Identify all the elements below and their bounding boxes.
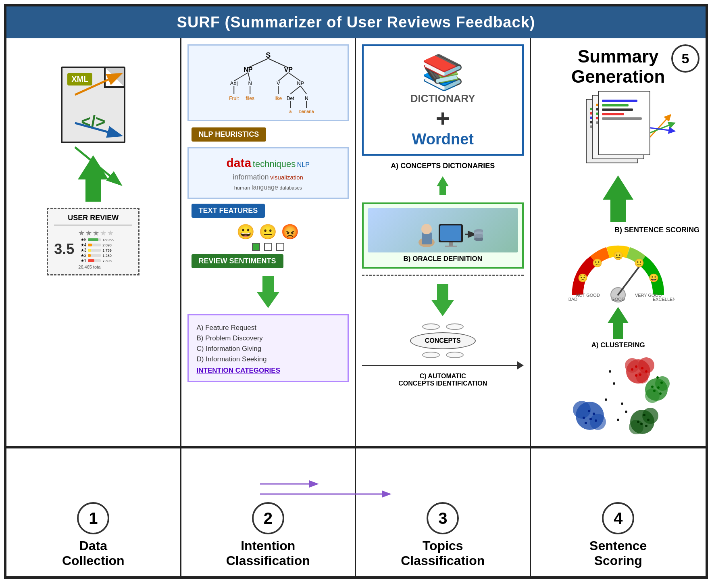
svg-point-87 bbox=[585, 422, 587, 424]
step4-circle: 4 bbox=[602, 502, 634, 534]
svg-rect-36 bbox=[440, 225, 461, 241]
big-rating: 3.5 bbox=[54, 241, 74, 258]
right-arrow-concepts bbox=[362, 361, 524, 369]
star-row-5: ★5 13,955 bbox=[78, 238, 114, 242]
sentiment-box: 😀 😐 😡 REVIEW SENTIMENTS bbox=[187, 223, 349, 270]
step4-num: 4 bbox=[614, 509, 622, 528]
svg-point-64 bbox=[631, 368, 633, 371]
svg-point-83 bbox=[588, 410, 590, 412]
svg-point-99 bbox=[625, 411, 627, 413]
col2-top: S NP VP Adj N V NP bbox=[181, 38, 356, 446]
svg-text:a: a bbox=[289, 109, 292, 114]
bottom-col2: 2 IntentionClassification bbox=[181, 448, 356, 576]
step4-label: SentenceScoring bbox=[589, 538, 647, 568]
red-cluster bbox=[625, 357, 654, 384]
svg-marker-30 bbox=[437, 176, 449, 186]
svg-line-8 bbox=[234, 73, 248, 81]
line bbox=[602, 108, 633, 111]
step3-num: 3 bbox=[438, 509, 447, 528]
step3-label: TopicsClassification bbox=[401, 538, 485, 568]
small-up-arrow-col4 bbox=[537, 307, 700, 339]
text-feat-badge: TEXT FEATURES bbox=[192, 204, 265, 218]
dictionary-label: DICTIONARY bbox=[370, 92, 516, 105]
svg-point-80 bbox=[573, 401, 591, 419]
dark-green-cluster bbox=[629, 408, 658, 434]
svg-point-101 bbox=[609, 370, 611, 373]
svg-point-69 bbox=[635, 374, 637, 377]
svg-point-67 bbox=[645, 370, 647, 373]
star5: ★ bbox=[107, 229, 114, 238]
green-up-col4 bbox=[537, 175, 700, 222]
step5-circle: 5 bbox=[671, 44, 700, 73]
count-2: 1,280 bbox=[102, 254, 114, 258]
step5-circle-container: 5 bbox=[671, 44, 700, 77]
svg-line-1 bbox=[75, 123, 119, 135]
col3-top: 📚 DICTIONARY + Wordnet A) CONCEPTS DICTI… bbox=[356, 38, 531, 446]
svg-point-93 bbox=[640, 423, 643, 425]
svg-point-75 bbox=[657, 386, 660, 389]
star-label-4: ★4 bbox=[78, 243, 86, 247]
svg-point-68 bbox=[639, 373, 641, 376]
wc-data: data bbox=[227, 156, 252, 169]
svg-point-90 bbox=[629, 420, 643, 434]
concepts-main-oval: CONCEPTS bbox=[410, 332, 476, 349]
blue-arrow-col1 bbox=[75, 119, 123, 143]
parse-tree-box: S NP VP Adj N V NP bbox=[187, 44, 349, 121]
sentence-scoring-b-label: B) SENTENCE SCORING bbox=[537, 226, 700, 234]
svg-text:😀: 😀 bbox=[649, 273, 659, 283]
nlp-row: NLP HEURISTICS bbox=[187, 125, 349, 144]
clustering-label: A) CLUSTERING bbox=[537, 341, 700, 349]
wordnet-label: Wordnet bbox=[370, 131, 516, 148]
svg-point-86 bbox=[595, 419, 597, 422]
checkbox-2 bbox=[264, 243, 272, 251]
down-arrow-col3b bbox=[362, 280, 524, 320]
bottom-col3: 3 TopicsClassification bbox=[356, 448, 531, 576]
svg-point-76 bbox=[653, 390, 656, 392]
svg-line-9 bbox=[248, 73, 250, 81]
intention-item-d: D) Information Seeking bbox=[197, 355, 340, 363]
count-4: 2,098 bbox=[102, 243, 114, 247]
green-cluster bbox=[645, 376, 670, 403]
intention-box: A) Feature Request B) Problem Discovery … bbox=[187, 314, 349, 382]
svg-point-92 bbox=[647, 419, 650, 421]
ovals-row1 bbox=[422, 323, 464, 330]
oracle-box: B) ORACLE DEFINITION bbox=[362, 202, 524, 269]
intention-item-a: A) Feature Request bbox=[197, 324, 340, 332]
star-label-5: ★5 bbox=[78, 238, 86, 242]
purple-arrows bbox=[187, 476, 349, 500]
svg-point-63 bbox=[636, 371, 648, 384]
bottom-col4: 4 SentenceScoring bbox=[531, 448, 706, 576]
orange-arrow bbox=[75, 71, 123, 103]
step1-label: DataCollection bbox=[62, 538, 125, 568]
svg-line-49 bbox=[618, 263, 642, 295]
svg-point-94 bbox=[645, 425, 647, 427]
svg-point-84 bbox=[593, 413, 595, 415]
svg-line-2 bbox=[75, 147, 119, 183]
dict-box: 📚 DICTIONARY + Wordnet bbox=[362, 44, 524, 156]
svg-text:S: S bbox=[266, 51, 271, 59]
step1-circle: 1 bbox=[77, 502, 109, 534]
big-green-up-col4 bbox=[603, 175, 633, 222]
sentiment-gauge: 😟 😕 😐 🙂 😀 BAD NOT GOOD GOOD VERY GOOD EX… bbox=[562, 238, 675, 303]
text-feat-row: TEXT FEATURES bbox=[187, 202, 349, 219]
intention-link[interactable]: INTENTION CATEGORIES bbox=[197, 367, 340, 375]
svg-point-96 bbox=[613, 382, 615, 385]
header-title: SURF (Summarizer of User Reviews Feedbac… bbox=[177, 14, 535, 31]
svg-point-97 bbox=[621, 402, 623, 405]
checkbox-3 bbox=[276, 243, 284, 251]
stars-display: ★ ★ ★ ★ ★ bbox=[78, 229, 114, 238]
svg-text:N: N bbox=[304, 96, 308, 101]
step2-label: IntentionClassification bbox=[226, 538, 310, 568]
svg-point-73 bbox=[656, 376, 659, 379]
down-arrow-col2 bbox=[187, 276, 349, 308]
svg-line-0 bbox=[75, 75, 119, 95]
wc-vis: visualization bbox=[270, 174, 303, 181]
svg-point-65 bbox=[635, 365, 637, 368]
bottom-row: 1 DataCollection 2 IntentionClassi bbox=[6, 447, 706, 576]
stars-bars: ★5 13,955 ★4 2,098 ★3 bbox=[78, 238, 114, 263]
shaft bbox=[610, 200, 626, 222]
head-b bbox=[431, 300, 454, 316]
review-rating-row: 3.5 ★ ★ ★ ★ ★ ★5 bbox=[54, 229, 132, 269]
wc-nlp: NLP bbox=[297, 161, 310, 168]
star-label-3: ★3 bbox=[78, 248, 86, 252]
